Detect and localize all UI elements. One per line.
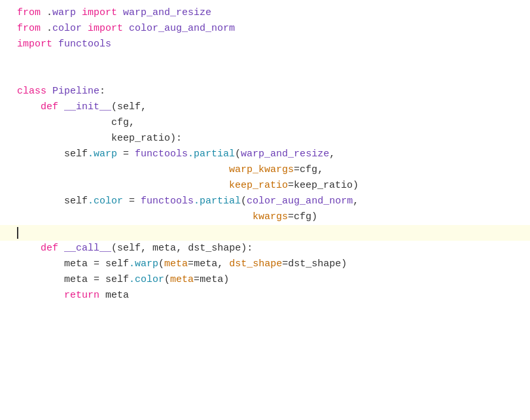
- line-gutter: [0, 115, 12, 131]
- line-content: self.color = functools.partial(color_aug…: [12, 194, 530, 209]
- line-gutter: [0, 272, 12, 288]
- token-plain: ,: [176, 241, 188, 256]
- code-line: class Pipeline:: [0, 84, 530, 99]
- token-plain: ):: [170, 131, 182, 146]
- token-plain: ,: [329, 147, 335, 162]
- token-plain: [117, 5, 123, 20]
- token-plain: [99, 288, 105, 303]
- token-plain: [76, 5, 82, 20]
- token-plain: [46, 84, 52, 99]
- token-kwarg-name: dst_shape: [229, 256, 282, 271]
- token-attr: .partial: [194, 194, 241, 209]
- token-param: meta: [64, 272, 88, 287]
- token-plain: (: [241, 194, 247, 209]
- token-plain: =: [288, 209, 294, 224]
- code-line: self.warp = functools.partial(warp_and_r…: [0, 147, 530, 162]
- token-kwarg-name: warp_kwargs: [229, 162, 294, 177]
- token-plain: ,: [141, 241, 152, 256]
- token-plain: =: [194, 272, 200, 287]
- token-param: dst_shape: [288, 256, 341, 271]
- code-line: keep_ratio):: [0, 131, 530, 147]
- token-kw-class: class: [17, 84, 46, 99]
- line-gutter: [0, 147, 12, 162]
- token-param: meta: [64, 256, 88, 271]
- line-content: import functools: [12, 37, 530, 52]
- line-content: [12, 52, 530, 68]
- token-plain: ): [311, 209, 317, 224]
- code-line: kwargs=cfg): [0, 209, 530, 225]
- token-plain: =: [88, 256, 105, 271]
- token-func-name: color_aug_and_norm: [129, 21, 235, 36]
- token-plain: ): [341, 256, 347, 271]
- token-kw-def: def: [41, 99, 58, 114]
- token-kwarg-name: meta: [164, 256, 188, 271]
- code-line: [0, 68, 530, 84]
- line-content: def __init__(self,: [12, 99, 530, 115]
- cursor: [17, 227, 18, 239]
- token-plain: [17, 256, 64, 271]
- line-content: meta = self.color(meta=meta): [12, 272, 530, 288]
- token-plain: (: [111, 241, 117, 256]
- token-param: self: [117, 99, 141, 114]
- code-line: meta = self.warp(meta=meta, dst_shape=ds…: [0, 256, 530, 272]
- token-kw-self: self: [105, 256, 129, 271]
- token-module: functools: [141, 194, 194, 209]
- token-param: meta: [194, 256, 217, 271]
- token-kw-self: self: [64, 194, 88, 209]
- token-module: functools: [135, 147, 188, 162]
- token-kw-import: import: [82, 5, 117, 20]
- token-param: cfg: [111, 115, 129, 130]
- code-line: cfg,: [0, 115, 530, 131]
- token-param: meta: [105, 288, 129, 303]
- token-plain: [17, 115, 111, 130]
- token-kw-self: self: [64, 147, 88, 162]
- token-plain: .: [41, 21, 52, 36]
- token-plain: ,: [317, 162, 323, 177]
- line-gutter: [0, 84, 12, 99]
- line-gutter: [0, 5, 12, 21]
- token-attr: .color: [88, 194, 123, 209]
- token-plain: [17, 99, 41, 114]
- line-gutter: [0, 209, 12, 225]
- token-kw-return: return: [64, 288, 99, 303]
- code-line: from .warp import warp_and_resize: [0, 5, 530, 21]
- line-content: [12, 68, 530, 84]
- code-line: meta = self.color(meta=meta): [0, 272, 530, 288]
- token-plain: (: [235, 147, 241, 162]
- code-line: keep_ratio=keep_ratio): [0, 178, 530, 194]
- code-line: return meta: [0, 288, 530, 304]
- token-attr: .color: [129, 272, 164, 287]
- line-content: keep_ratio):: [12, 131, 530, 147]
- token-plain: [17, 178, 229, 193]
- line-gutter: [0, 256, 12, 272]
- token-plain: =: [282, 256, 288, 271]
- token-attr: .warp: [129, 256, 158, 271]
- token-plain: [17, 194, 64, 209]
- token-param: meta: [200, 272, 223, 287]
- line-content: meta = self.warp(meta=meta, dst_shape=ds…: [12, 256, 530, 272]
- line-gutter: [0, 194, 12, 209]
- token-plain: (: [158, 256, 164, 271]
- token-plain: =: [117, 147, 135, 162]
- code-line: def __call__(self, meta, dst_shape):: [0, 241, 530, 256]
- token-plain: [58, 241, 64, 256]
- line-gutter: [0, 288, 12, 304]
- code-editor: from .warp import warp_and_resizefrom .c…: [0, 0, 530, 420]
- code-line: warp_kwargs=cfg,: [0, 162, 530, 178]
- code-line: from .color import color_aug_and_norm: [0, 21, 530, 37]
- token-plain: (: [111, 99, 117, 114]
- token-plain: ,: [217, 256, 229, 271]
- token-plain: [17, 288, 64, 303]
- token-func-name: warp_and_resize: [123, 5, 211, 20]
- token-module: functools: [58, 37, 111, 52]
- token-plain: =: [294, 162, 300, 177]
- token-plain: [17, 272, 64, 287]
- token-kwarg-name: meta: [170, 272, 194, 287]
- token-plain: ): [353, 178, 359, 193]
- token-plain: [17, 162, 229, 177]
- line-content: class Pipeline:: [12, 84, 530, 99]
- token-kwarg-name: kwargs: [253, 209, 288, 224]
- token-func-name: warp_and_resize: [241, 147, 329, 162]
- line-content: kwargs=cfg): [12, 209, 530, 225]
- token-plain: (: [164, 272, 170, 287]
